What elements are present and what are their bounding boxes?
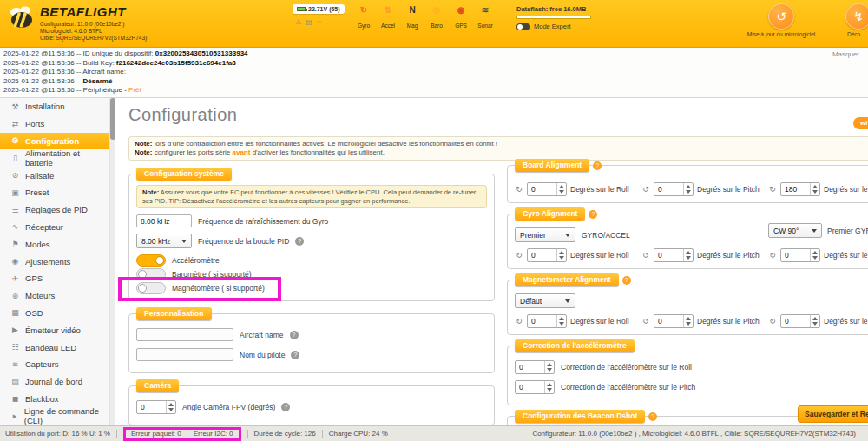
help-icon[interactable]: ? — [295, 237, 304, 246]
chevron-down-icon — [812, 229, 817, 233]
section-title-system: Configuration système — [136, 168, 232, 181]
sensor-status-bar: ↻ Gyro ⇅ Accel N Mag ◎ Baro ◉ GPS ≋ Sona… — [352, 4, 497, 31]
gps-tab-icon: ✈ — [10, 274, 20, 283]
sidebar-item-led-strip[interactable]: ☷Bandeau LED — [0, 339, 109, 356]
sidebar-item-modes[interactable]: ⚑Modes — [0, 235, 109, 253]
hide-log-link[interactable]: Masquer — [832, 50, 859, 60]
sidebar-item-preset[interactable]: ▣Preset — [0, 184, 109, 201]
help-icon[interactable]: ? — [589, 210, 597, 219]
statusbar-version-info: Configurateur: 11.0.0 (00e10be2 ) , Micr… — [532, 430, 863, 438]
sidebar-item-logbook[interactable]: ▤Journal de bord — [0, 373, 109, 391]
log-line: 2025-01-22 @11:53:36 -- Aircraft name: — [3, 68, 865, 77]
sidebar-item-gps[interactable]: ✈GPS — [0, 270, 109, 287]
magnetometer-toggle[interactable] — [136, 282, 166, 294]
motor-icon: ⊛ — [10, 292, 20, 300]
camera-angle-stepper[interactable]: 0 — [136, 400, 176, 414]
gyro-first-label: GYRO/ACCEL — [582, 231, 630, 240]
app-header: BETAFLIGHT Configurateur: 11.0.0 (00e10b… — [0, 0, 868, 48]
logbook-icon: ▤ — [10, 378, 20, 386]
log-line: 2025-01-22 @11:53:36 -- Désarmé — [3, 77, 865, 87]
gyro-cw-select[interactable]: CW 90° — [768, 223, 822, 238]
roll-rotation-icon: ↻ — [515, 185, 523, 194]
sidebar-item-pid-tuning[interactable]: ☰Réglages de PID — [0, 201, 109, 219]
status-bar: Utilisation du port: D: 16 % U: 1 % Erre… — [0, 425, 868, 441]
gyro-roll-stepper[interactable]: 0 — [527, 248, 567, 262]
firmware-update-button[interactable]: ↺ Mise à jour du micrologiciel — [733, 3, 829, 37]
sidebar-item-installation[interactable]: ⚒Installation — [0, 98, 109, 115]
sidebar-item-configuration[interactable]: ⚙Configuration — [0, 133, 109, 150]
board-pitch-stepper[interactable]: 0 — [654, 182, 694, 196]
sidebar-item-osd[interactable]: ▦OSD — [0, 305, 109, 322]
accel-trim-roll-stepper[interactable]: 0 — [515, 360, 555, 374]
save-reboot-button[interactable]: Sauvegarder et Redém — [798, 405, 868, 423]
section-title-mag-alignment: Magnetometer Alignment — [515, 273, 619, 286]
sidebar-item-receiver[interactable]: ∿Récepteur — [0, 219, 109, 236]
firmware-update-icon: ↺ — [776, 10, 786, 23]
mag-yaw-stepper[interactable]: 0 — [780, 314, 820, 328]
pitch-rotation-icon: ↺ — [641, 185, 650, 194]
barometer-toggle[interactable] — [136, 268, 166, 280]
section-camera: Caméra 0 Angle Caméra FPV (degrés) ? — [128, 385, 495, 425]
help-icon[interactable]: ? — [593, 161, 602, 170]
help-icon[interactable]: ? — [290, 331, 299, 339]
sidebar-item-ports[interactable]: ⇄Ports — [0, 115, 109, 133]
sidebar-item-cli[interactable]: ▸Ligne de commande (CLI) — [0, 407, 109, 425]
expert-mode-toggle[interactable] — [516, 23, 530, 30]
sidebar-item-sensors[interactable]: ≋Capteurs — [0, 356, 109, 373]
pid-loop-frequency-label: Fréquence de la boucle PID — [198, 237, 289, 246]
pilot-name-label: Nom du pilote — [240, 351, 285, 359]
accelerometer-label: Accéléromètre — [172, 256, 220, 265]
battery-tab-icon: ▯ — [10, 154, 20, 162]
help-icon[interactable]: ? — [281, 403, 290, 411]
cli-icon: ▸ — [10, 411, 19, 420]
pilot-name-input[interactable] — [136, 348, 233, 361]
expert-mode-label: Mode Expert — [534, 23, 571, 30]
mag-pitch-stepper[interactable]: 0 — [654, 314, 694, 328]
board-yaw-stepper[interactable]: 180 — [780, 182, 820, 196]
stepper-arrows[interactable] — [166, 401, 175, 413]
disconnect-button[interactable]: ↯ Déco — [835, 3, 868, 37]
help-icon[interactable]: ? — [648, 412, 657, 421]
camera-angle-label: Angle Caméra FPV (degrés) — [182, 403, 275, 411]
accelerometer-toggle[interactable] — [136, 254, 166, 267]
accel-trim-pitch-stepper[interactable]: 0 — [515, 380, 555, 394]
led-icon: ☷ — [10, 343, 20, 352]
sidebar-item-vtx[interactable]: ▶Émetteur vidéo — [0, 321, 109, 339]
gyro-frequency-label: Fréquence de rafraîchissement du Gyro — [198, 217, 328, 226]
section-magnetometer-alignment: Magnetometer Alignment? Défaut ↻ 0 Degré… — [507, 280, 868, 335]
board-yaw-group: ↻ 180 Degrés sur le Yaw — [768, 182, 868, 196]
roll-rotation-icon: ↻ — [515, 317, 523, 326]
board-roll-stepper[interactable]: 0 — [527, 182, 567, 196]
link-icon: ∞ — [317, 18, 322, 26]
mag-alignment-select[interactable]: Défaut — [515, 293, 575, 308]
board-pitch-group: ↺ 0 Degrés sur le Pitch — [641, 182, 768, 196]
mag-roll-stepper[interactable]: 0 — [527, 314, 567, 328]
sidebar-item-motors[interactable]: ⊛Moteurs — [0, 287, 109, 305]
gyro-yaw-stepper[interactable]: 0 — [780, 248, 820, 262]
help-icon[interactable]: ? — [291, 351, 299, 359]
sidebar-item-adjustments[interactable]: ◉Ajustements — [0, 253, 109, 270]
sidebar-item-blackbox[interactable]: ◼Blackbox — [0, 391, 109, 408]
pitch-rotation-icon: ↺ — [641, 251, 650, 260]
chevron-down-icon — [181, 240, 187, 243]
i2c-error: Erreur I2C: 0 — [194, 430, 233, 438]
log-line: 2025-01-22 @11:53:36 -- ID unique du dis… — [3, 49, 865, 59]
section-title-camera: Caméra — [136, 379, 179, 392]
help-icon[interactable]: ? — [622, 276, 631, 285]
wiki-button[interactable]: wi — [853, 117, 868, 129]
gyro-yaw-group: ↻ 0 Degrés sur le Yaw — [768, 248, 868, 262]
section-title-dshot-beacon: Configuration des Beacon Dshot — [515, 410, 645, 423]
pid-loop-frequency-select[interactable]: 8.00 kHz — [136, 234, 192, 248]
sidebar-item-power-battery[interactable]: ▯Alimentation et batterie — [0, 149, 109, 167]
barometer-label: Baromètre ( si supporté) — [172, 270, 252, 279]
gps-icon: ◉ — [449, 4, 473, 16]
gyro-pitch-stepper[interactable]: 0 — [654, 248, 694, 262]
dataflash-info: Dataflash: free 16.0MB — [516, 5, 591, 13]
aircraft-name-input[interactable] — [136, 328, 233, 341]
sidebar-item-failsafe[interactable]: ⊘Failsafe — [0, 167, 109, 184]
tune-icon: ◉ — [10, 257, 20, 266]
gyro-first-select[interactable]: Premier — [515, 227, 575, 242]
sensor-gps: ◉ GPS — [449, 4, 473, 31]
wrench-icon: ⚒ — [10, 102, 20, 111]
chevron-down-icon — [565, 299, 570, 303]
